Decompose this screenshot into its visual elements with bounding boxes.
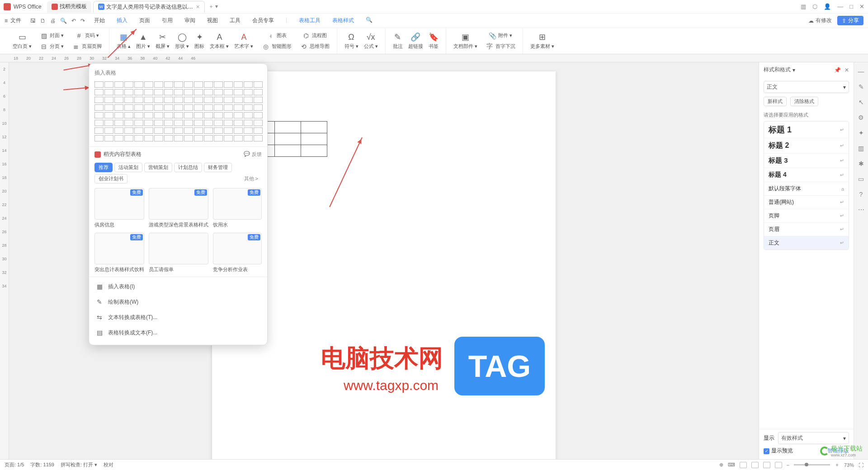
grid-cell[interactable]: [114, 97, 123, 103]
grid-cell[interactable]: [124, 120, 133, 126]
grid-cell[interactable]: [254, 120, 263, 126]
close-icon[interactable]: ✕: [844, 67, 849, 73]
select-icon[interactable]: ↖: [859, 99, 864, 106]
style-heading1[interactable]: 标题 1↵: [764, 122, 849, 138]
text-to-table-item[interactable]: ⇆文本转换成表格(T)...: [89, 310, 267, 325]
view-outline-icon[interactable]: [751, 462, 759, 468]
style-header[interactable]: 页眉↵: [764, 223, 849, 236]
preview-checkbox[interactable]: ✓显示预览: [764, 447, 793, 455]
grid-cell[interactable]: [104, 135, 113, 141]
grid-cell[interactable]: [104, 89, 113, 95]
style-heading4[interactable]: 标题 4↵: [764, 168, 849, 182]
grid-cell[interactable]: [204, 120, 213, 126]
grid-cell[interactable]: [224, 112, 233, 118]
grid-cell[interactable]: [194, 127, 203, 134]
grid-cell[interactable]: [234, 104, 243, 111]
grid-cell[interactable]: [214, 112, 223, 118]
view-page-icon[interactable]: [740, 462, 747, 468]
grid-cell[interactable]: [224, 120, 233, 126]
more-icon[interactable]: ⋯: [858, 206, 864, 213]
cube-icon[interactable]: ⬡: [812, 3, 817, 10]
blank-page-button[interactable]: ▭空白页 ▾: [10, 30, 34, 52]
flowchart-button[interactable]: ⌬流程图: [297, 31, 332, 41]
grid-cell[interactable]: [144, 97, 153, 103]
proofread-button[interactable]: 校对: [104, 461, 113, 468]
grid-cell[interactable]: [204, 112, 213, 118]
grid-cell[interactable]: [234, 120, 243, 126]
grid-cell[interactable]: [114, 135, 123, 141]
grid-cell[interactable]: [134, 97, 143, 103]
search-icon[interactable]: 🔍: [366, 17, 373, 24]
grid-cell[interactable]: [124, 104, 133, 111]
bookmark-button[interactable]: 🔖书签: [426, 30, 441, 52]
template-item[interactable]: 员工请假单: [149, 233, 208, 273]
cover-button[interactable]: ▨封面 ▾: [37, 31, 66, 41]
grid-cell[interactable]: [124, 127, 133, 134]
grid-cell[interactable]: [144, 127, 153, 134]
menu-start[interactable]: 开始: [94, 17, 105, 24]
grid-cell[interactable]: [144, 112, 153, 118]
grid-cell[interactable]: [134, 112, 143, 118]
maximize-button[interactable]: □: [849, 3, 853, 10]
grid-cell[interactable]: [144, 89, 153, 95]
menu-review[interactable]: 审阅: [184, 17, 195, 24]
grid-cell[interactable]: [144, 104, 153, 111]
grid-cell[interactable]: [94, 127, 104, 134]
grid-cell[interactable]: [254, 135, 263, 141]
file-menu[interactable]: ≡ 文件: [5, 17, 21, 24]
grid-cell[interactable]: [204, 135, 213, 141]
grid-cell[interactable]: [174, 97, 183, 103]
menu-page[interactable]: 页面: [139, 17, 150, 24]
layer-icon[interactable]: ▥: [858, 145, 864, 152]
grid-cell[interactable]: [134, 135, 143, 141]
grid-cell[interactable]: [144, 120, 153, 126]
grid-cell[interactable]: [214, 120, 223, 126]
current-style-select[interactable]: 正文▾: [764, 81, 849, 93]
grid-cell[interactable]: [194, 135, 203, 141]
grid-cell[interactable]: [204, 104, 213, 111]
grid-cell[interactable]: [234, 112, 243, 118]
dropcap-button[interactable]: 字首字下沉: [483, 42, 518, 52]
accessibility-icon[interactable]: ⊕: [719, 462, 723, 468]
minimize-button[interactable]: —: [837, 3, 843, 10]
grid-cell[interactable]: [234, 135, 243, 141]
grid-cell[interactable]: [154, 135, 163, 141]
grid-cell[interactable]: [104, 120, 113, 126]
grid-cell[interactable]: [94, 135, 104, 141]
grid-cell[interactable]: [114, 81, 123, 88]
grid-cell[interactable]: [104, 81, 113, 88]
grid-cell[interactable]: [174, 81, 183, 88]
grid-cell[interactable]: [104, 104, 113, 111]
draw-table-item[interactable]: ✎绘制表格(W): [89, 294, 267, 310]
grid-cell[interactable]: [214, 81, 223, 88]
grid-cell[interactable]: [124, 89, 133, 95]
chip-item[interactable]: 财务管理: [204, 163, 232, 172]
grid-cell[interactable]: [184, 89, 193, 95]
grid-cell[interactable]: [224, 81, 233, 88]
panel-icon[interactable]: ▥: [801, 3, 806, 10]
preview-icon[interactable]: 🔍: [60, 18, 67, 24]
grid-cell[interactable]: [244, 81, 253, 88]
menu-reference[interactable]: 引用: [162, 17, 173, 24]
close-icon[interactable]: ✕: [196, 4, 200, 10]
grid-cell[interactable]: [244, 135, 253, 141]
grid-cell[interactable]: [94, 104, 104, 111]
style-default-font[interactable]: 默认段落字体a: [764, 182, 849, 196]
keyboard-icon[interactable]: ⌨: [728, 462, 735, 468]
grid-cell[interactable]: [164, 135, 173, 141]
grid-cell[interactable]: [184, 120, 193, 126]
grid-cell[interactable]: [214, 104, 223, 111]
grid-cell[interactable]: [174, 89, 183, 95]
chip-more[interactable]: 其他 >: [241, 174, 262, 183]
spellcheck-toggle[interactable]: 拼写检查: 打开 ▾: [61, 461, 97, 468]
grid-cell[interactable]: [164, 104, 173, 111]
grid-cell[interactable]: [174, 135, 183, 141]
smartart-button[interactable]: ◎智能图形: [259, 42, 294, 52]
grid-cell[interactable]: [154, 120, 163, 126]
template-item[interactable]: 免费竞争分析作业表: [213, 233, 262, 273]
grid-cell[interactable]: [154, 81, 163, 88]
page-break-button[interactable]: ⊟分页 ▾: [37, 42, 66, 52]
grid-cell[interactable]: [94, 89, 104, 95]
grid-cell[interactable]: [224, 97, 233, 103]
chip-item[interactable]: 创业计划书: [94, 174, 127, 183]
